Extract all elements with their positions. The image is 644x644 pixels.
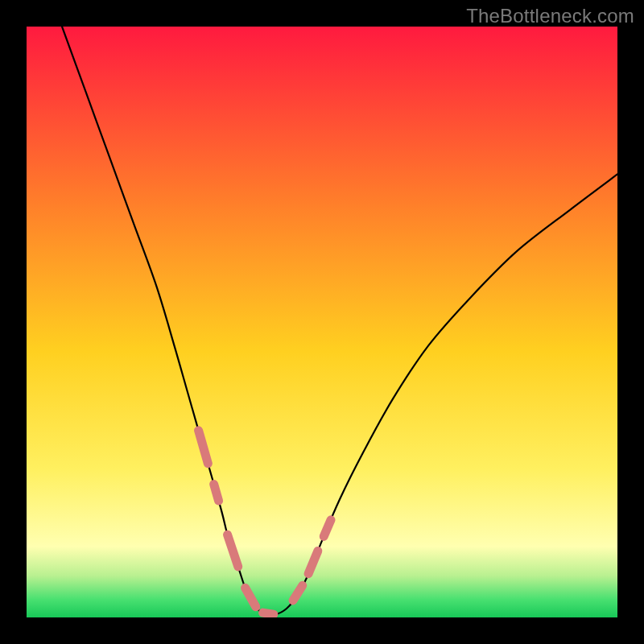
svg-line-3 [293,585,303,601]
svg-line-1 [199,431,208,464]
dash-overlay-left [199,431,219,501]
curve-layer [27,27,617,617]
dash-overlay-right [293,520,331,601]
bottleneck-curve [62,27,617,615]
svg-line-2 [214,484,219,501]
plot-area [27,27,617,617]
svg-line-7 [246,588,256,606]
dash-overlay-floor [228,535,274,614]
watermark-text: TheBottleneck.com [466,5,634,27]
svg-line-4 [308,551,318,573]
svg-line-5 [324,520,331,537]
svg-line-8 [263,613,274,614]
svg-line-6 [228,535,238,567]
chart-frame: TheBottleneck.com [0,0,644,644]
